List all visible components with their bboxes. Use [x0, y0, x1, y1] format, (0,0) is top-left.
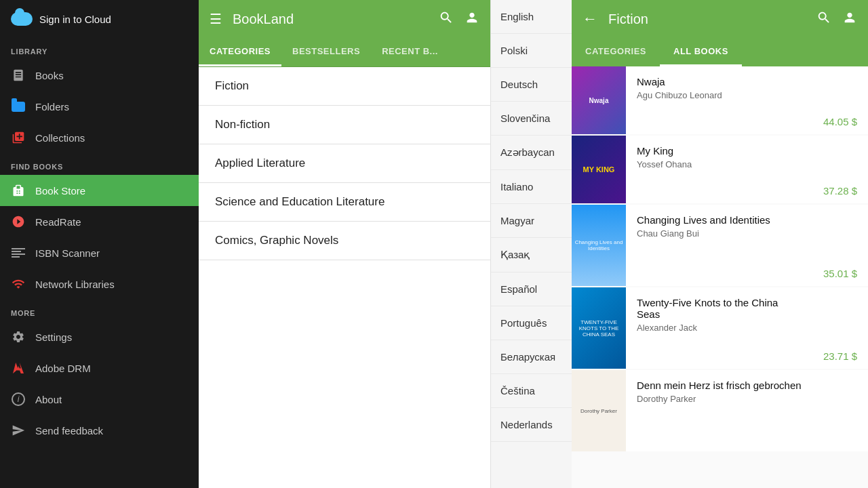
book-cover-changing: Changing Lives and Identities	[572, 205, 626, 286]
hamburger-icon[interactable]: ☰	[210, 11, 222, 27]
book-price-changing: 35.01 $	[812, 268, 868, 286]
tab-bestsellers[interactable]: BESTSELLERS	[281, 38, 371, 66]
book-author-nwaja: Agu Chibuzo Leonard	[637, 90, 802, 100]
middle-app-title: BookLand	[233, 12, 428, 27]
middle-panel: ☰ BookLand CATEGORIES BESTSELLERS RECENT…	[199, 0, 490, 488]
sidebar-item-about[interactable]: i About	[0, 384, 199, 415]
tab-recent[interactable]: RECENT B...	[371, 38, 449, 66]
right-title: Fiction	[608, 12, 806, 27]
book-author-changing: Chau Giang Bui	[637, 228, 802, 239]
search-icon[interactable]	[439, 10, 454, 28]
sidebar-item-books[interactable]: Books	[0, 60, 199, 91]
book-info-denn: Denn mein Herz ist frisch gebrochen Doro…	[626, 370, 846, 451]
book-item-changing[interactable]: Changing Lives and Identities Changing L…	[572, 205, 868, 286]
sidebar-header[interactable]: Sign in to Cloud	[0, 0, 199, 38]
book-item-nwaja[interactable]: Nwaja Nwaja Agu Chibuzo Leonard 44.05 $	[572, 66, 868, 134]
collections-label: Collections	[35, 132, 85, 144]
book-info-25knots: Twenty-Five Knots to the China Seas Alex…	[626, 287, 812, 369]
book-cover-25knots: TWENTY-FIVE KNOTS TO THE CHINA SEAS	[572, 287, 626, 369]
book-price-myking: 37.28 $	[812, 185, 868, 203]
library-section-label: LIBRARY	[0, 38, 199, 60]
lang-english[interactable]: English	[491, 0, 572, 34]
book-cover-myking: MY KING	[572, 136, 626, 203]
lang-magyar[interactable]: Magyar	[491, 204, 572, 238]
sidebar-item-adobe[interactable]: Adobe DRM	[0, 352, 199, 384]
settings-label: Settings	[35, 331, 72, 343]
category-fiction[interactable]: Fiction	[199, 67, 490, 106]
book-item-myking[interactable]: MY KING My King Yossef Ohana 37.28 $	[572, 136, 868, 203]
sidebar-item-bookstore[interactable]: Book Store	[0, 175, 199, 206]
account-icon[interactable]	[465, 10, 479, 28]
lang-nederlands[interactable]: Nederlands	[491, 408, 572, 442]
lang-cestina[interactable]: Čeština	[491, 374, 572, 408]
sidebar-item-collections[interactable]: Collections	[0, 122, 199, 153]
book-author-25knots: Alexander Jack	[637, 323, 802, 333]
isbn-icon	[11, 245, 26, 260]
readrate-label: ReadRate	[35, 216, 81, 228]
book-icon	[11, 68, 26, 83]
book-cover-denn: Dorothy Parker	[572, 370, 626, 451]
cloud-icon	[11, 12, 33, 26]
settings-icon	[11, 329, 26, 344]
right-tab-allbooks[interactable]: ALL BOOKS	[660, 38, 742, 66]
sign-in-label[interactable]: Sign in to Cloud	[39, 14, 111, 25]
collections-icon	[11, 130, 26, 145]
book-item-25knots[interactable]: TWENTY-FIVE KNOTS TO THE CHINA SEAS Twen…	[572, 287, 868, 369]
book-price-denn	[846, 445, 868, 451]
book-title-myking: My King	[637, 145, 802, 157]
send-icon	[11, 423, 26, 438]
info-icon: i	[11, 392, 26, 407]
sidebar-item-feedback[interactable]: Send feedback	[0, 415, 199, 446]
lang-slovencina[interactable]: Slovenčina	[491, 102, 572, 136]
categories-list: Fiction Non-fiction Applied Literature S…	[199, 67, 490, 488]
sidebar-item-folders[interactable]: Folders	[0, 91, 199, 122]
sidebar: Sign in to Cloud LIBRARY Books Folders C…	[0, 0, 199, 488]
lang-deutsch[interactable]: Deutsch	[491, 68, 572, 102]
lang-italiano[interactable]: Italiano	[491, 170, 572, 204]
right-account-icon[interactable]	[842, 10, 857, 28]
middle-header: ☰ BookLand	[199, 0, 490, 38]
category-nonfiction[interactable]: Non-fiction	[199, 106, 490, 144]
category-comics[interactable]: Comics, Graphic Novels	[199, 222, 490, 260]
lang-polski[interactable]: Polski	[491, 34, 572, 68]
category-applied[interactable]: Applied Literature	[199, 144, 490, 183]
sidebar-item-settings[interactable]: Settings	[0, 321, 199, 352]
about-label: About	[35, 394, 62, 405]
feedback-label: Send feedback	[35, 425, 103, 436]
tab-categories[interactable]: CATEGORIES	[199, 38, 281, 66]
category-science[interactable]: Science and Education Literature	[199, 183, 490, 222]
book-cover-nwaja: Nwaja	[572, 66, 626, 134]
language-panel: English Polski Deutsch Slovenčina Azərba…	[490, 0, 572, 488]
bookstore-label: Book Store	[35, 185, 85, 197]
lang-portugues[interactable]: Português	[491, 306, 572, 340]
right-tab-categories[interactable]: CATEGORIES	[572, 38, 660, 66]
books-list: Nwaja Nwaja Agu Chibuzo Leonard 44.05 $ …	[572, 66, 868, 488]
sidebar-item-network[interactable]: Network Libraries	[0, 268, 199, 300]
book-item-denn[interactable]: Dorothy Parker Denn mein Herz ist frisch…	[572, 370, 868, 451]
book-title-changing: Changing Lives and Identities	[637, 214, 802, 226]
middle-tabs-bar: CATEGORIES BESTSELLERS RECENT B...	[199, 38, 490, 67]
book-price-25knots: 23.71 $	[812, 350, 868, 369]
right-search-icon[interactable]	[816, 10, 831, 28]
network-label: Network Libraries	[35, 279, 115, 290]
book-title-nwaja: Nwaja	[637, 76, 802, 87]
back-icon[interactable]: ←	[583, 10, 597, 28]
lang-kazak[interactable]: Қазақ	[491, 238, 572, 272]
book-info-nwaja: Nwaja Agu Chibuzo Leonard	[626, 66, 812, 134]
find-books-section-label: FIND BOOKS	[0, 153, 199, 175]
more-section-label: MORE	[0, 300, 199, 321]
network-icon	[11, 277, 26, 291]
readrate-icon	[11, 214, 26, 229]
folder-icon	[11, 99, 26, 114]
sidebar-item-readrate[interactable]: ReadRate	[0, 206, 199, 237]
lang-espanol[interactable]: Español	[491, 272, 572, 306]
lang-azerbaycan[interactable]: Azərbaycan	[491, 136, 572, 170]
lang-belarusskaya[interactable]: Беларуская	[491, 340, 572, 374]
sidebar-item-isbn[interactable]: ISBN Scanner	[0, 237, 199, 268]
books-label: Books	[35, 70, 64, 81]
book-price-nwaja: 44.05 $	[812, 116, 868, 134]
isbn-label: ISBN Scanner	[35, 247, 100, 259]
right-panel: ← Fiction CATEGORIES ALL BOOKS Nwaja Nwa…	[572, 0, 868, 488]
book-title-denn: Denn mein Herz ist frisch gebrochen	[637, 380, 835, 391]
right-tabs-bar: CATEGORIES ALL BOOKS	[572, 38, 868, 66]
